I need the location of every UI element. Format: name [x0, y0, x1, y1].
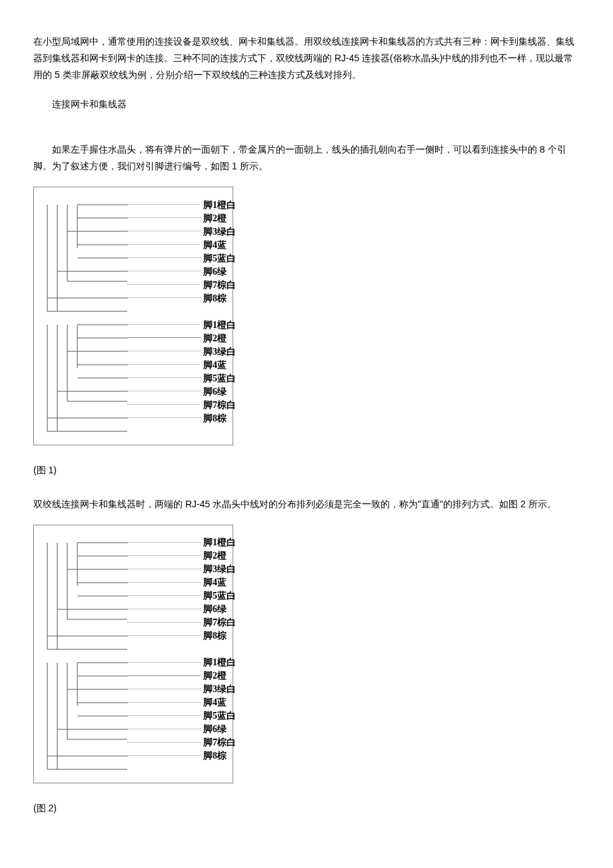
rj45-diagram-2: 脚1橙白 脚2橙 脚3绿白 脚4蓝 脚5蓝白 脚6绿 脚7棕白 脚8棕 脚1橙白… — [33, 525, 233, 783]
paragraph-3: 双绞线连接网卡和集线器时，两端的 RJ-45 水晶头中线对的分布排列必须是完全一… — [33, 496, 580, 513]
figure-1-caption: (图 1) — [33, 462, 580, 479]
pair-bracket-lines — [34, 318, 127, 434]
rj45-diagram-1: 脚1橙白 脚2橙 脚3绿白 脚4蓝 脚5蓝白 脚6绿 脚7棕白 脚8棕 脚1橙白… — [33, 187, 233, 445]
figure-2-caption: (图 2) — [33, 800, 580, 817]
pair-bracket-lines — [34, 536, 127, 652]
section-heading: 连接网卡和集线器 — [33, 96, 580, 113]
rj45-connector-top: 脚1橙白 脚2橙 脚3绿白 脚4蓝 脚5蓝白 脚6绿 脚7棕白 脚8棕 — [34, 198, 233, 314]
rj45-connector-top: 脚1橙白 脚2橙 脚3绿白 脚4蓝 脚5蓝白 脚6绿 脚7棕白 脚8棕 — [34, 536, 233, 652]
pin-label: 脚8棕 — [203, 747, 227, 764]
pin-label: 脚8棕 — [203, 410, 227, 427]
rj45-connector-bottom: 脚1橙白 脚2橙 脚3绿白 脚4蓝 脚5蓝白 脚6绿 脚7棕白 脚8棕 — [34, 656, 233, 772]
intro-paragraph: 在小型局域网中，通常使用的连接设备是双绞线、网卡和集线器。用双绞线连接网卡和集线… — [33, 33, 580, 84]
pin-label: 脚8棕 — [203, 290, 227, 307]
rj45-connector-bottom: 脚1橙白 脚2橙 脚3绿白 脚4蓝 脚5蓝白 脚6绿 脚7棕白 脚8棕 — [34, 318, 233, 434]
pair-bracket-lines — [34, 656, 127, 772]
pin-label: 脚8棕 — [203, 627, 227, 644]
pair-bracket-lines — [34, 198, 127, 314]
paragraph-2: 如果左手握住水晶头，将有弹片的一面朝下，带金属片的一面朝上，线头的插孔朝向右手一… — [33, 141, 580, 175]
